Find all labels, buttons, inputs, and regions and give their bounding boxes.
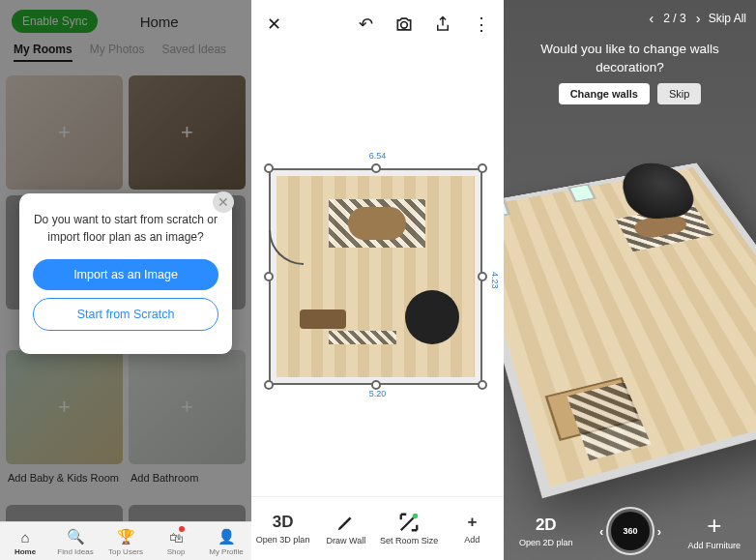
user-icon: 👤	[218, 528, 235, 545]
open-2d-button[interactable]: 2DOpen 2D plan	[519, 516, 573, 547]
add-button[interactable]: +Add	[441, 497, 504, 560]
btn-label: Draw Wall	[327, 536, 366, 545]
dimension-label: 4.23	[490, 272, 500, 289]
btn-label: Open 2D plan	[519, 538, 573, 547]
modal-text: Do you want to start from scratch or imp…	[33, 211, 218, 246]
resize-handle[interactable]	[371, 380, 381, 390]
room-outline[interactable]	[271, 170, 480, 383]
btn-label: Add Furniture	[687, 541, 741, 550]
nav-label: Find Ideas	[57, 547, 93, 556]
nav-label: Top Users	[108, 547, 143, 556]
room-3d-view[interactable]	[504, 162, 756, 498]
btn-label: Open 3D plan	[256, 535, 310, 545]
panel-3d-view: ‹ 2 / 3 › Skip All Would you like to cha…	[504, 0, 756, 560]
more-icon[interactable]: ⋮	[471, 14, 492, 35]
start-modal: ✕ Do you want to start from scratch or i…	[19, 193, 232, 354]
bottom-nav: ⌂Home 🔍Find Ideas 🏆Top Users 🛍Shop 👤My P…	[0, 521, 251, 560]
nav-profile[interactable]: 👤My Profile	[201, 522, 251, 560]
table-item[interactable]	[348, 207, 406, 240]
camera-icon[interactable]	[393, 14, 415, 35]
close-icon[interactable]: ✕	[213, 192, 234, 213]
svg-point-0	[413, 514, 419, 519]
page-indicator: 2 / 3	[663, 12, 685, 25]
bench-item[interactable]	[300, 309, 346, 329]
trophy-icon: 🏆	[117, 528, 134, 545]
resize-icon	[397, 512, 421, 533]
dimension-label: 5.20	[369, 389, 387, 398]
nav-shop[interactable]: 🛍Shop	[151, 522, 201, 560]
editor-toolbar: ✕ ↶ ⋮	[251, 0, 504, 48]
prompt-message: Would you like to change walls decoratio…	[504, 41, 756, 77]
badge-dot	[179, 526, 185, 532]
resize-handle[interactable]	[264, 272, 274, 281]
nav-find-ideas[interactable]: 🔍Find Ideas	[50, 522, 101, 560]
undo-icon[interactable]: ↶	[355, 14, 376, 35]
chevron-right-icon[interactable]: ›	[696, 10, 701, 26]
nav-top-users[interactable]: 🏆Top Users	[101, 522, 151, 560]
nav-label: Home	[15, 547, 36, 556]
nav-home[interactable]: ⌂Home	[0, 522, 50, 560]
prompt-actions: Change walls Skip	[504, 83, 756, 104]
rug-item[interactable]	[329, 331, 396, 344]
nav-label: Shop	[167, 547, 186, 556]
skip-all-button[interactable]: Skip All	[709, 12, 746, 25]
change-walls-button[interactable]: Change walls	[559, 83, 650, 104]
import-image-button[interactable]: Import as an Image	[33, 259, 218, 290]
draw-wall-button[interactable]: Draw Wall	[314, 497, 377, 560]
editor-bottom-bar: 3DOpen 3D plan Draw Wall Set Room Size +…	[251, 496, 504, 560]
add-furniture-button[interactable]: +Add Furniture	[687, 513, 741, 550]
search-icon: 🔍	[67, 528, 84, 545]
open-3d-button[interactable]: 3DOpen 3D plan	[251, 497, 314, 560]
panel-2d-editor: ✕ ↶ ⋮ 6.54 4.23 5.20 1.36 0.95	[251, 0, 504, 560]
set-room-size-button[interactable]: Set Room Size	[378, 497, 441, 560]
resize-handle[interactable]	[264, 380, 274, 390]
skip-button[interactable]: Skip	[657, 83, 701, 104]
chevron-left-icon[interactable]: ‹	[649, 10, 654, 26]
round-item[interactable]	[405, 290, 459, 344]
pencil-icon	[334, 512, 358, 533]
orbit-360-button[interactable]: 360	[611, 512, 650, 550]
dimension-label: 6.54	[369, 151, 387, 161]
2d-icon: 2D	[536, 516, 557, 535]
3d-icon: 3D	[273, 513, 294, 532]
btn-label: Set Room Size	[380, 536, 438, 545]
nav-label: My Profile	[209, 547, 244, 556]
btn-label: Add	[464, 535, 480, 545]
panel-my-rooms: Enable Sync Home My Rooms My Photos Save…	[0, 0, 251, 560]
resize-handle[interactable]	[478, 163, 487, 173]
resize-handle[interactable]	[371, 163, 381, 173]
pager: ‹ 2 / 3 ›	[649, 10, 700, 26]
start-scratch-button[interactable]: Start from Scratch	[33, 298, 218, 331]
door-arc[interactable]	[269, 230, 304, 265]
close-icon[interactable]: ✕	[263, 14, 284, 35]
share-icon[interactable]	[432, 14, 453, 35]
home-icon: ⌂	[16, 528, 34, 545]
floorplan-canvas[interactable]: 6.54 4.23 5.20 1.36 0.95	[251, 54, 504, 496]
resize-handle[interactable]	[478, 272, 487, 281]
top-bar: ‹ 2 / 3 › Skip All	[504, 10, 756, 26]
resize-handle[interactable]	[264, 163, 274, 173]
plus-icon: +	[707, 513, 721, 538]
plus-icon: +	[467, 513, 477, 532]
3d-bottom-bar: 2DOpen 2D plan 360 +Add Furniture	[504, 502, 756, 560]
resize-handle[interactable]	[478, 380, 487, 390]
